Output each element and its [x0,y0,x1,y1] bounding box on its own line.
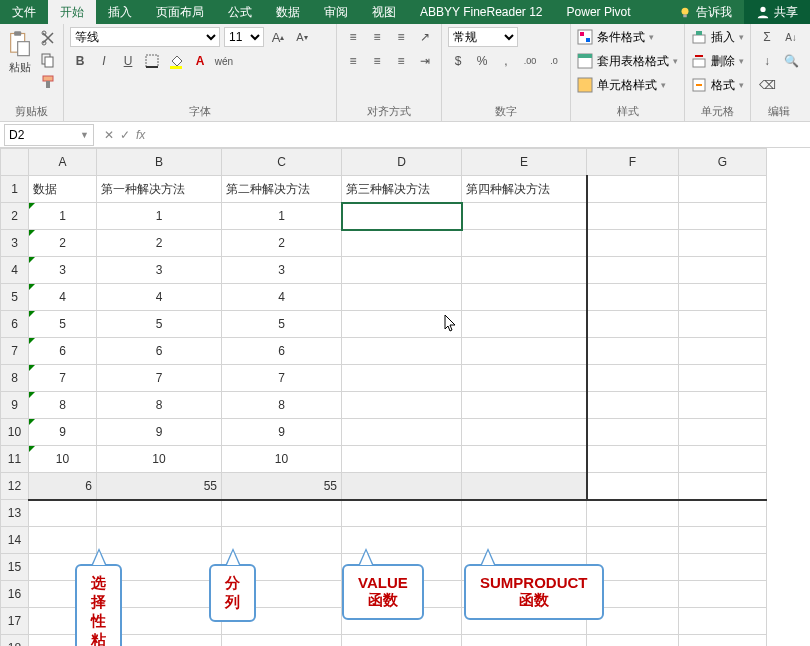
cell-F1[interactable] [587,176,679,203]
cell-G7[interactable] [679,338,767,365]
cell-F10[interactable] [587,419,679,446]
row-header-15[interactable]: 15 [1,554,29,581]
number-format-select[interactable]: 常规 [448,27,518,47]
row-header-2[interactable]: 2 [1,203,29,230]
underline-button[interactable]: U [118,51,138,71]
cell-D8[interactable] [342,365,462,392]
cell-B6[interactable]: 5 [97,311,222,338]
cancel-formula-button[interactable]: ✕ [104,128,114,142]
cell-E9[interactable] [462,392,587,419]
clear-button[interactable]: ⌫ [757,75,777,95]
cell-E8[interactable] [462,365,587,392]
fill-color-button[interactable] [166,51,186,71]
cell-B12[interactable]: 55 [97,473,222,500]
cell-F5[interactable] [587,284,679,311]
cell-C3[interactable]: 2 [222,230,342,257]
row-header-18[interactable]: 18 [1,635,29,647]
cell-G3[interactable] [679,230,767,257]
cell-C2[interactable]: 1 [222,203,342,230]
fx-button[interactable]: fx [136,128,145,142]
cell-B2[interactable]: 1 [97,203,222,230]
cell-D1[interactable]: 第三种解决方法 [342,176,462,203]
cell-C5[interactable]: 4 [222,284,342,311]
decrease-decimal-button[interactable]: .0 [544,51,564,71]
cell-E13[interactable] [462,500,587,527]
row-header-5[interactable]: 5 [1,284,29,311]
cell-D2[interactable] [342,203,462,230]
cell-E10[interactable] [462,419,587,446]
italic-button[interactable]: I [94,51,114,71]
cell-A4[interactable]: 3 [29,257,97,284]
cell-A11[interactable]: 10 [29,446,97,473]
cell-A9[interactable]: 8 [29,392,97,419]
cell-F8[interactable] [587,365,679,392]
cell-A7[interactable]: 6 [29,338,97,365]
row-header-7[interactable]: 7 [1,338,29,365]
cell-A13[interactable] [29,500,97,527]
paste-button[interactable]: 粘贴 [6,26,34,75]
col-header-A[interactable]: A [29,149,97,176]
cell-A8[interactable]: 7 [29,365,97,392]
copy-button[interactable] [38,50,58,70]
bold-button[interactable]: B [70,51,90,71]
cell-E18[interactable] [462,635,587,647]
tab-8[interactable]: ABBYY FineReader 12 [408,0,555,24]
cell-E11[interactable] [462,446,587,473]
cell-G16[interactable] [679,581,767,608]
cell-E1[interactable]: 第四种解决方法 [462,176,587,203]
cell-G6[interactable] [679,311,767,338]
cell-B8[interactable]: 7 [97,365,222,392]
cell-C9[interactable]: 8 [222,392,342,419]
font-name-select[interactable]: 等线 [70,27,220,47]
cell-F11[interactable] [587,446,679,473]
find-button[interactable]: 🔍 [781,51,801,71]
col-header-F[interactable]: F [587,149,679,176]
cell-B4[interactable]: 3 [97,257,222,284]
increase-font-button[interactable]: A▴ [268,27,288,47]
cell-B9[interactable]: 8 [97,392,222,419]
cut-button[interactable] [38,28,58,48]
tab-3[interactable]: 页面布局 [144,0,216,24]
cell-D11[interactable] [342,446,462,473]
row-header-17[interactable]: 17 [1,608,29,635]
row-header-8[interactable]: 8 [1,365,29,392]
conditional-format-button[interactable]: 条件格式▾ [577,26,678,48]
share-button[interactable]: 共享 [744,0,810,24]
cell-G2[interactable] [679,203,767,230]
cell-A10[interactable]: 9 [29,419,97,446]
cell-B10[interactable]: 9 [97,419,222,446]
cell-D6[interactable] [342,311,462,338]
cell-C10[interactable]: 9 [222,419,342,446]
decrease-font-button[interactable]: A▾ [292,27,312,47]
tab-4[interactable]: 公式 [216,0,264,24]
cell-G15[interactable] [679,554,767,581]
table-format-button[interactable]: 套用表格格式▾ [577,50,678,72]
cell-D10[interactable] [342,419,462,446]
row-header-1[interactable]: 1 [1,176,29,203]
cell-G13[interactable] [679,500,767,527]
cell-style-button[interactable]: 单元格样式▾ [577,74,678,96]
cell-C13[interactable] [222,500,342,527]
cell-D4[interactable] [342,257,462,284]
tab-9[interactable]: Power Pivot [555,0,643,24]
cell-C1[interactable]: 第二种解决方法 [222,176,342,203]
phonetic-button[interactable]: wén [214,51,234,71]
col-header-B[interactable]: B [97,149,222,176]
tab-5[interactable]: 数据 [264,0,312,24]
row-header-6[interactable]: 6 [1,311,29,338]
font-size-select[interactable]: 11 [224,27,264,47]
cell-E4[interactable] [462,257,587,284]
cell-F2[interactable] [587,203,679,230]
row-header-3[interactable]: 3 [1,230,29,257]
cell-F3[interactable] [587,230,679,257]
cell-D5[interactable] [342,284,462,311]
cell-F12[interactable] [587,473,679,500]
cell-D9[interactable] [342,392,462,419]
row-header-9[interactable]: 9 [1,392,29,419]
align-center-button[interactable]: ≡ [367,51,387,71]
cell-B5[interactable]: 4 [97,284,222,311]
sort-filter-button[interactable]: A↓ [781,27,801,47]
cell-A1[interactable]: 数据 [29,176,97,203]
name-box[interactable]: D2 ▼ [4,124,94,146]
cell-F18[interactable] [587,635,679,647]
